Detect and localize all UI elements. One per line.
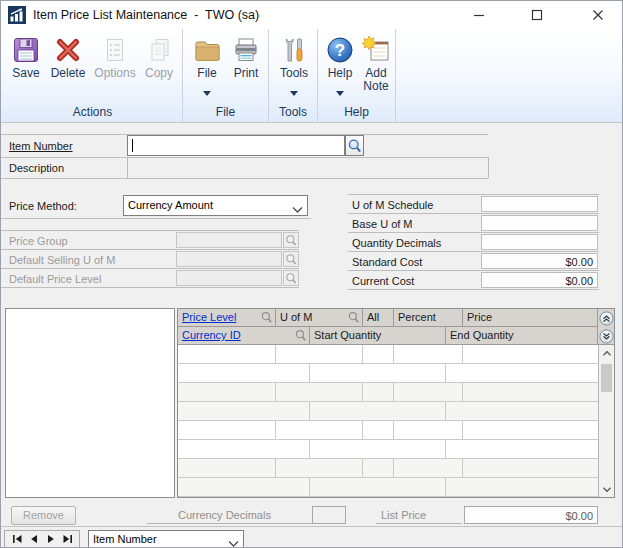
price-level-lookup-icon[interactable]: [260, 311, 273, 327]
price-sheet-listbox[interactable]: [5, 308, 175, 498]
uofm-cell[interactable]: [276, 459, 363, 477]
currency-id-lookup-icon[interactable]: [294, 329, 307, 345]
price-level-column-header[interactable]: Price Level: [178, 309, 276, 327]
browse-by-dropdown[interactable]: Item Number: [88, 530, 244, 548]
current-cost-field: $0.00: [481, 272, 598, 288]
uofm-cell[interactable]: [276, 421, 363, 439]
grid-body: [178, 345, 598, 497]
uofm-cell[interactable]: [276, 383, 363, 401]
percent-cell[interactable]: [394, 459, 463, 477]
price-cell[interactable]: [463, 421, 598, 439]
file-menu-button[interactable]: File: [189, 33, 225, 100]
divider-line: [1, 218, 311, 219]
currency-id-cell[interactable]: [178, 402, 310, 420]
divider-line: [1, 249, 299, 250]
scrollbar-thumb[interactable]: [601, 364, 612, 392]
start-quantity-cell[interactable]: [310, 440, 446, 458]
folder-icon: [192, 35, 222, 65]
start-quantity-cell[interactable]: [310, 364, 446, 382]
end-quantity-cell[interactable]: [446, 364, 598, 382]
price-column-header[interactable]: Price: [463, 309, 598, 327]
end-quantity-cell[interactable]: [446, 478, 598, 496]
help-menu-button[interactable]: ? Help: [322, 33, 358, 100]
add-note-label: Add Note: [360, 67, 392, 93]
save-button[interactable]: Save: [7, 33, 45, 80]
currency-id-cell[interactable]: [178, 364, 310, 382]
start-quantity-cell[interactable]: [310, 402, 446, 420]
grid-vertical-scrollbar[interactable]: [598, 345, 614, 497]
ribbon-group-actions-label: Actions: [3, 105, 182, 119]
uofm-schedule-label: U of M Schedule: [352, 199, 433, 211]
all-cell[interactable]: [363, 459, 394, 477]
item-number-label[interactable]: Item Number: [9, 140, 73, 152]
current-cost-label: Current Cost: [352, 275, 414, 287]
percent-cell[interactable]: [394, 383, 463, 401]
first-record-button[interactable]: [10, 533, 24, 545]
add-note-button[interactable]: Add Note: [360, 33, 394, 93]
price-level-cell[interactable]: [178, 421, 276, 439]
tools-label: Tools: [273, 67, 315, 80]
list-price-field: $0.00: [464, 506, 598, 524]
scroll-up-button[interactable]: [599, 345, 614, 361]
help-label: Help: [322, 67, 358, 80]
scroll-down-button[interactable]: [599, 481, 614, 497]
price-group-lookup-button: [283, 232, 299, 248]
default-selling-uofm-label: Default Selling U of M: [9, 254, 115, 266]
price-cell[interactable]: [463, 345, 598, 363]
standard-cost-value: $0.00: [565, 256, 593, 268]
all-cell[interactable]: [363, 383, 394, 401]
end-quantity-cell[interactable]: [446, 402, 598, 420]
previous-record-button[interactable]: [27, 533, 41, 545]
currency-id-column-header[interactable]: Currency ID: [178, 327, 310, 345]
maximize-button[interactable]: [520, 1, 554, 29]
last-record-icon: [62, 533, 74, 545]
title-bar: Item Price List Maintenance - TWO (sa): [1, 1, 622, 29]
price-method-dropdown[interactable]: Currency Amount: [123, 195, 308, 216]
currency-id-cell[interactable]: [178, 440, 310, 458]
start-quantity-column-header[interactable]: Start Quantity: [310, 327, 446, 345]
price-level-cell[interactable]: [178, 345, 276, 363]
item-number-lookup-button[interactable]: [345, 135, 364, 156]
tools-menu-button[interactable]: Tools: [273, 33, 315, 100]
item-number-input[interactable]: [127, 135, 345, 156]
all-column-header[interactable]: All: [363, 309, 394, 327]
base-uofm-field: [481, 215, 598, 231]
currency-id-cell[interactable]: [178, 478, 310, 496]
magnifier-gray-icon: [285, 253, 297, 266]
grid-row-price: [178, 345, 598, 364]
price-level-cell[interactable]: [178, 459, 276, 477]
all-cell[interactable]: [363, 345, 394, 363]
expand-rows-button[interactable]: [598, 327, 614, 345]
last-record-button[interactable]: [61, 533, 75, 545]
uofm-cell[interactable]: [276, 345, 363, 363]
close-button[interactable]: [581, 1, 615, 29]
uofm-column-header[interactable]: U of M: [276, 309, 363, 327]
delete-button[interactable]: Delete: [47, 33, 89, 80]
double-chevron-down-icon: [599, 329, 614, 344]
divider-line: [348, 232, 599, 233]
options-list-icon: [100, 35, 130, 65]
text-caret: [132, 139, 133, 152]
ribbon-toolbar: Save Delete: [1, 29, 622, 123]
uofm-lookup-icon[interactable]: [347, 311, 360, 327]
next-record-button[interactable]: [44, 533, 58, 545]
end-quantity-column-header[interactable]: End Quantity: [446, 327, 598, 345]
divider-line: [348, 270, 599, 271]
magnifier-icon: [347, 138, 362, 154]
percent-cell[interactable]: [394, 345, 463, 363]
collapse-rows-button[interactable]: [598, 309, 614, 327]
price-group-field: [176, 232, 282, 248]
help-dropdown-arrow-icon: [322, 82, 358, 100]
grid-row-price: [178, 421, 598, 440]
price-level-cell[interactable]: [178, 383, 276, 401]
price-cell[interactable]: [463, 459, 598, 477]
percent-cell[interactable]: [394, 421, 463, 439]
end-quantity-cell[interactable]: [446, 440, 598, 458]
percent-column-header[interactable]: Percent: [394, 309, 463, 327]
all-cell[interactable]: [363, 421, 394, 439]
start-quantity-cell[interactable]: [310, 478, 446, 496]
price-cell[interactable]: [463, 383, 598, 401]
list-price-label: List Price: [376, 506, 462, 524]
print-button[interactable]: Print: [227, 33, 265, 80]
minimize-button[interactable]: [462, 1, 496, 29]
